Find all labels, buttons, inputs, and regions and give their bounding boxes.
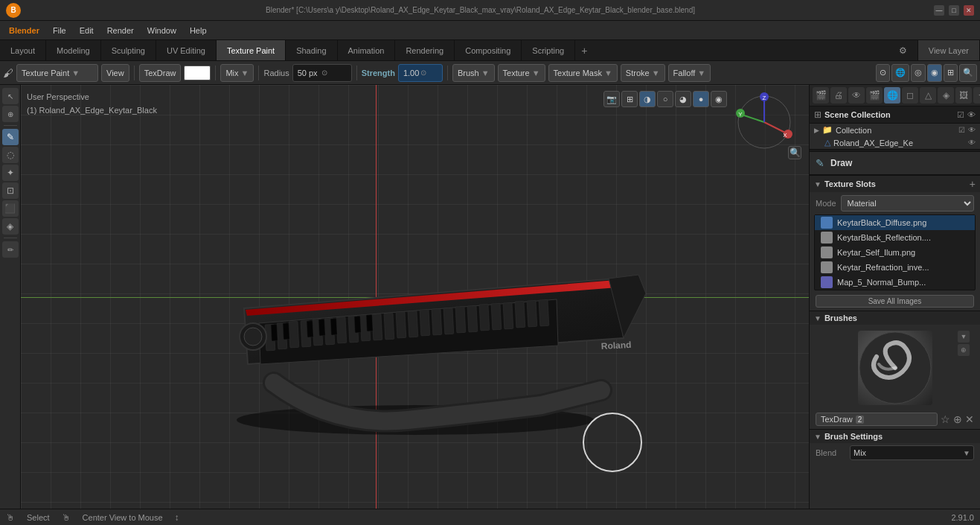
brush-expand-icon[interactable]: ▼ [958,331,970,343]
tool-select[interactable]: ↖ [2,88,19,104]
vp-icon-shading4[interactable]: ◉ [711,91,727,107]
tab-rendering[interactable]: Rendering [395,40,455,60]
texture-mask-dropdown[interactable]: Texture Mask ▼ [548,64,618,82]
brushes-header[interactable]: ▼ Brushes [810,311,980,325]
maximize-button[interactable]: □ [949,5,959,16]
prop-icon-particles[interactable]: ✦ [973,87,980,104]
falloff-dropdown[interactable]: Falloff ▼ [668,64,711,82]
brush-copy-btn[interactable]: ⊕ [953,413,962,425]
viewport-btn-3[interactable]: ◎ [911,64,926,82]
vp-icon-shading2[interactable]: ◕ [675,91,691,107]
vp-icon-camera[interactable]: 📷 [603,91,620,107]
view-layer-tab[interactable]: View Layer [918,40,980,60]
viewport-btn-1[interactable]: ⊙ [876,64,890,82]
texture-slots-header[interactable]: ▼ Texture Slots + [810,175,980,192]
close-button[interactable]: ✕ [964,5,974,16]
menu-render[interactable]: Render [101,25,140,36]
prop-icon-render[interactable]: 🎬 [813,87,829,104]
strength-field[interactable]: 1.00 ⊙ [398,64,443,82]
viewport-btn-2[interactable]: 🌐 [891,64,909,82]
tab-animation[interactable]: Animation [338,40,396,60]
minimize-button[interactable]: — [934,5,944,16]
vp-icon-overlay[interactable]: ◑ [639,91,656,107]
texture-dropdown[interactable]: Texture ▼ [498,64,545,82]
brush-copy-icon[interactable]: ⊕ [958,344,970,356]
search-viewport[interactable]: 🔍 [959,64,977,82]
tab-uv-editing[interactable]: UV Editing [156,40,217,60]
mix-dropdown[interactable]: Mix ▼ [220,64,254,82]
prop-icon-view[interactable]: 👁 [848,87,865,104]
texture-slot-2[interactable]: Keytar_Self_Ilum.png [815,245,975,260]
texture-slot-4[interactable]: Map_5_Normal_Bump... [815,275,975,290]
vp-icon-shading3[interactable]: ● [693,91,709,107]
menu-file[interactable]: File [47,25,72,36]
status-scroll-icon: 🖱 [62,512,71,523]
add-texture-slot[interactable]: + [970,178,976,190]
separator-3 [258,66,259,80]
tab-add[interactable]: + [575,40,593,60]
tab-compositing[interactable]: Compositing [455,40,522,60]
blend-value[interactable]: Mix ▼ [850,445,974,460]
brush-dropdown[interactable]: Brush ▼ [452,64,495,82]
menu-window[interactable]: Window [141,25,182,36]
navigation-gizmo[interactable]: X Y Z 🔍 [734,92,801,159]
tabs-bar: Layout Modeling Sculpting UV Editing Tex… [0,40,980,61]
tool-clone[interactable]: ⊡ [2,182,19,199]
tool-soften[interactable]: ◌ [2,147,19,163]
prop-icon-material[interactable]: ◈ [938,87,954,104]
menu-edit[interactable]: Edit [74,25,100,36]
mode-dropdown[interactable]: Texture Paint ▼ [16,64,98,82]
prop-icon-world[interactable]: 🌐 [884,87,900,104]
tab-shading[interactable]: Shading [286,40,337,60]
prop-icon-texture[interactable]: 🖼 [955,87,972,104]
mode-select[interactable]: Material [841,195,974,211]
brush-delete-btn[interactable]: ✕ [965,413,974,425]
prop-icon-object[interactable]: ◻ [902,87,918,104]
tool-fill[interactable]: ⬛ [2,200,19,217]
brush-settings-header[interactable]: ▼ Brush Settings [810,429,980,443]
tool-mask[interactable]: ◈ [2,218,19,235]
vp-icon-grid[interactable]: ⊞ [621,91,638,107]
tool-cursor[interactable]: ⊕ [2,106,19,122]
texture-thumb-4 [821,276,833,288]
save-all-images-button[interactable]: Save All Images [816,295,974,308]
texture-slot-0[interactable]: KeytarBlack_Diffuse.png [815,215,975,230]
svg-rect-16 [443,308,454,334]
menu-help[interactable]: Help [184,25,213,36]
svg-rect-10 [372,314,382,340]
workspace-options[interactable]: ⚙ [888,40,918,60]
scene-collection-eye[interactable]: 👁 [967,110,976,119]
tool-annotate[interactable]: ✏ [2,241,19,258]
tool-draw[interactable]: ✎ [2,129,19,145]
brush-favorite-icon[interactable]: ☆ [941,413,950,425]
prop-icon-output[interactable]: 🖨 [830,87,847,104]
tab-modeling[interactable]: Modeling [46,40,101,60]
view-button[interactable]: View [101,64,129,82]
brush-name-tag[interactable]: TexDraw 2 [816,413,938,426]
vp-icon-shading1[interactable]: ○ [657,91,673,107]
collection-item[interactable]: ▶ 📁 Collection ☑ 👁 [810,124,980,136]
menu-blender[interactable]: Blender [3,25,45,36]
nav-zoom-button[interactable]: 🔍 [788,146,801,159]
tool-smear[interactable]: ✦ [2,165,19,181]
viewport-btn-4[interactable]: ◉ [927,64,942,82]
color-swatch[interactable] [184,66,211,80]
texture-slot-1[interactable]: KeytarBlack_Reflection.... [815,230,975,245]
tool-separator-1 [4,125,17,126]
tab-sculpting[interactable]: Sculpting [101,40,156,60]
stroke-dropdown[interactable]: Stroke ▼ [621,64,665,82]
prop-icon-mesh[interactable]: △ [920,87,936,104]
tab-scripting[interactable]: Scripting [522,40,575,60]
brush-type-display[interactable]: TexDraw [139,64,182,82]
tab-texture-paint[interactable]: Texture Paint [217,40,286,60]
texture-slot-3[interactable]: Keytar_Refraction_inve... [815,260,975,275]
radius-field[interactable]: 50 px ⊙ [292,64,352,82]
viewport-btn-5[interactable]: ⊞ [944,64,958,82]
scene-collection-check[interactable]: ☑ [957,110,964,120]
viewport-3d[interactable]: Roland User Perspective (1) Roland_AX_Ed… [21,85,809,509]
object-item[interactable]: △ Roland_AX_Edge_Ke 👁 [810,136,980,149]
prop-icon-scene[interactable]: 🎬 [866,87,883,104]
brushes-title: Brushes [824,314,976,322]
scene-collection-icon: ⊞ [814,109,822,120]
tab-layout[interactable]: Layout [0,40,46,60]
